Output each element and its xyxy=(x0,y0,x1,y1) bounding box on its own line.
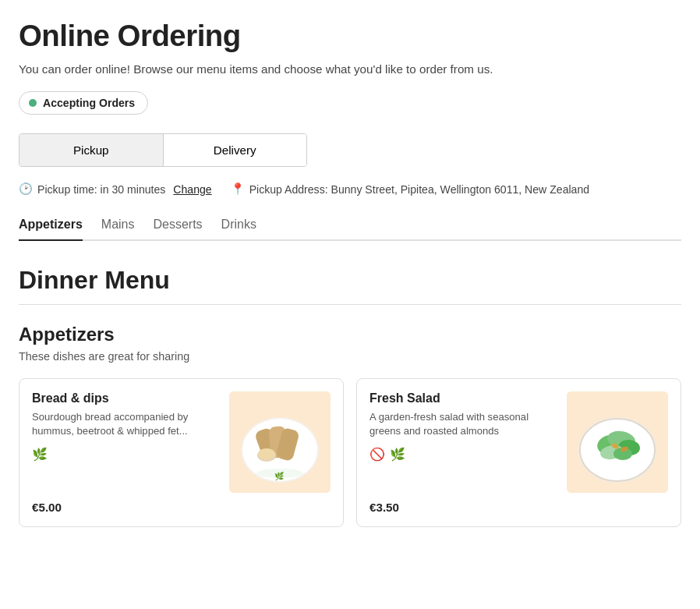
tab-pickup[interactable]: Pickup xyxy=(19,134,164,166)
item-price-2: €3.50 xyxy=(369,501,668,514)
fresh-salad-image xyxy=(567,391,668,493)
item-card-inner: Bread & dips Sourdough bread accompanied… xyxy=(32,391,331,493)
leaf-icon: 🌿 xyxy=(32,447,48,462)
bread-dips-image: 🌿 xyxy=(229,391,331,493)
item-text-2: Fresh Salad A garden-fresh salad with se… xyxy=(369,391,557,462)
items-grid: Bread & dips Sourdough bread accompanied… xyxy=(19,378,681,527)
item-description-2: A garden-fresh salad with seasonal green… xyxy=(369,410,557,439)
page-subtitle: You can order online! Browse our menu it… xyxy=(19,62,681,76)
tab-mains[interactable]: Mains xyxy=(101,218,135,241)
pin-icon: 📍 xyxy=(231,182,245,196)
item-tags: 🌿 xyxy=(32,447,220,462)
item-image-salad xyxy=(567,391,668,493)
item-name-2: Fresh Salad xyxy=(369,391,557,405)
accepting-orders-badge: Accepting Orders xyxy=(19,91,148,115)
item-name: Bread & dips xyxy=(32,391,220,405)
tab-delivery[interactable]: Delivery xyxy=(164,134,307,166)
item-card-bread-dips[interactable]: Bread & dips Sourdough bread accompanied… xyxy=(19,378,344,527)
pickup-time-info: 🕑 Pickup time: in 30 minutes Change xyxy=(19,182,212,196)
pickup-address-info: 📍 Pickup Address: Bunny Street, Pipitea,… xyxy=(231,182,589,196)
category-title: Appetizers xyxy=(19,324,681,345)
clock-icon: 🕑 xyxy=(19,182,33,196)
change-pickup-link[interactable]: Change xyxy=(173,183,211,196)
status-label: Accepting Orders xyxy=(43,97,135,109)
menu-tabs: Appetizers Mains Desserts Drinks xyxy=(19,218,681,241)
svg-point-7 xyxy=(258,448,275,459)
pickup-info: 🕑 Pickup time: in 30 minutes Change 📍 Pi… xyxy=(19,182,681,196)
pickup-time-label: Pickup time: in 30 minutes xyxy=(37,183,165,196)
item-description: Sourdough bread accompanied by hummus, b… xyxy=(32,410,220,439)
order-type-tabs: Pickup Delivery xyxy=(19,133,307,167)
pickup-address-label: Pickup Address: Bunny Street, Pipitea, W… xyxy=(249,183,589,196)
tab-appetizers[interactable]: Appetizers xyxy=(19,218,83,241)
category-description: These dishes are great for sharing xyxy=(19,350,681,363)
tab-desserts[interactable]: Desserts xyxy=(153,218,202,241)
section-divider xyxy=(19,304,681,305)
item-price: €5.00 xyxy=(32,501,331,514)
tab-drinks[interactable]: Drinks xyxy=(221,218,256,241)
svg-text:🌿: 🌿 xyxy=(274,471,285,481)
page-title: Online Ordering xyxy=(19,19,681,53)
item-card-inner-2: Fresh Salad A garden-fresh salad with se… xyxy=(369,391,668,493)
status-dot xyxy=(29,99,37,107)
item-text: Bread & dips Sourdough bread accompanied… xyxy=(32,391,220,462)
no-gluten-icon: 🚫 xyxy=(369,447,385,462)
section-title: Dinner Menu xyxy=(19,266,681,295)
item-image-bread: 🌿 xyxy=(229,391,331,493)
item-card-fresh-salad[interactable]: Fresh Salad A garden-fresh salad with se… xyxy=(356,378,681,527)
banana-icon: 🌿 xyxy=(390,447,405,462)
item-tags-2: 🚫 🌿 xyxy=(369,447,557,462)
